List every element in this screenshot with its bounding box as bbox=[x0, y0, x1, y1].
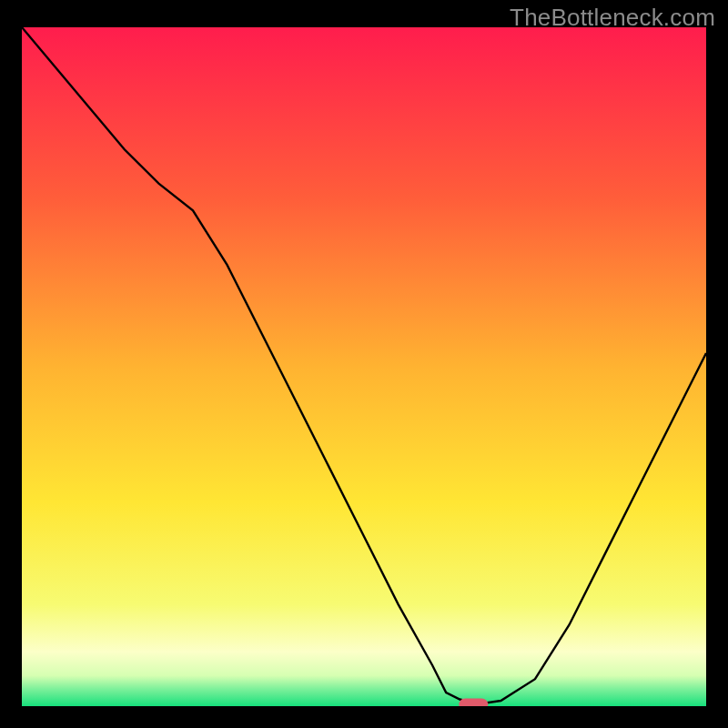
chart-background bbox=[22, 27, 706, 706]
chart-svg bbox=[22, 27, 706, 706]
watermark-text: TheBottleneck.com bbox=[510, 4, 715, 32]
chart-container: TheBottleneck.com bbox=[0, 0, 728, 728]
optimal-marker bbox=[459, 699, 488, 707]
chart-plot bbox=[22, 27, 706, 706]
